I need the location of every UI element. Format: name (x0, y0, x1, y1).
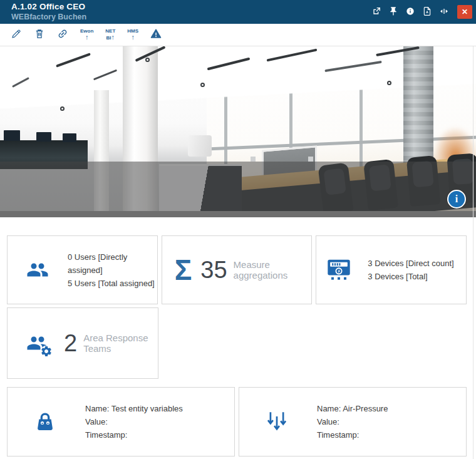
panel-right-border (473, 46, 473, 459)
toolbar: Ewon ↑ NET BI↑ HMS ↑ (0, 24, 476, 46)
aggregations-value: 35 (200, 257, 227, 284)
response-teams-card[interactable]: 2 Area Response Teams (7, 307, 158, 379)
info-icon (405, 6, 415, 18)
close-button[interactable]: ✕ (457, 5, 472, 19)
photo-smoke-detector (200, 83, 205, 87)
aggregations-card[interactable]: Σ 35 Measure aggregations (162, 235, 313, 304)
variable-timestamp: Timestamp: (317, 428, 388, 441)
variable-timestamp: Timestamp: (85, 428, 183, 441)
netbi-upload-button[interactable]: NET BI↑ (105, 29, 115, 41)
aggregations-label: Measure aggregations (234, 259, 312, 281)
upload-arrow-icon: ↑ (111, 33, 115, 41)
warning-button[interactable] (150, 28, 162, 41)
users-card[interactable]: 0 Users [Directly assigned] 5 Users [Tot… (7, 235, 158, 304)
devices-total-count: 3 Devices [Total] (368, 270, 453, 283)
export-pdf-button[interactable] (421, 5, 433, 19)
teams-label: Area Response Teams (83, 333, 158, 354)
teams-value: 2 (64, 330, 77, 357)
variable-name: Name: Test entity variables (85, 402, 183, 415)
photo-monitor (350, 120, 405, 165)
variable-value: Value: (317, 415, 388, 428)
panel-window: A.1.02 Office CEO WEBfactory Buchen (0, 0, 476, 459)
delete-icon (34, 28, 45, 41)
open-external-button[interactable] (370, 5, 383, 19)
info-button[interactable] (404, 5, 416, 19)
pin-icon (388, 6, 398, 18)
photo-monitor (63, 133, 76, 142)
users-total-count: 5 Users [Total assigned] (68, 277, 157, 290)
photo-monitor (36, 132, 51, 142)
window-actions: ✕ (370, 5, 472, 19)
info-circle-icon: i (455, 193, 458, 205)
edit-icon (11, 28, 22, 41)
link-icon (57, 28, 68, 41)
pin-button[interactable] (387, 5, 400, 19)
bag-icon (34, 411, 56, 433)
gear-icon (40, 345, 53, 358)
title-block: A.1.02 Office CEO WEBfactory Buchen (11, 2, 86, 23)
stats-section: 0 Users [Directly assigned] 5 Users [Tot… (0, 217, 476, 456)
resize-horizontal-button[interactable] (438, 5, 450, 19)
variable-name: Name: Air-Pressure (317, 402, 388, 415)
resize-horizontal-icon (439, 6, 449, 18)
photo-smoke-detector (387, 81, 391, 85)
warning-icon (150, 28, 162, 41)
pressure-arrows-icon (266, 411, 288, 433)
upload-arrow-icon: ↑ (131, 34, 135, 41)
photo-monitor (4, 130, 20, 141)
page-title: A.1.02 Office CEO (11, 2, 86, 13)
sigma-icon: Σ (175, 255, 192, 284)
ewon-upload-button[interactable]: Ewon ↑ (80, 29, 93, 41)
device-meter-icon (326, 257, 351, 282)
devices-direct-count: 3 Devices [Direct count] (368, 257, 453, 270)
users-icon (26, 259, 49, 281)
variable-value: Value: (85, 415, 183, 428)
photo-monitor (239, 134, 267, 157)
entity-variable-card-right[interactable]: Name: Air-Pressure Value: Timestamp: (239, 387, 467, 456)
page-subtitle: WEBfactory Buchen (11, 13, 86, 23)
devices-card[interactable]: 3 Devices [Direct count] 3 Devices [Tota… (316, 235, 467, 304)
photo-monitor (296, 133, 326, 157)
hms-upload-button[interactable]: HMS ↑ (127, 29, 138, 41)
entity-variable-card-left[interactable]: Name: Test entity variables Value: Times… (7, 387, 235, 456)
photo-overlay-strip (0, 211, 476, 217)
photo-info-button[interactable]: i (447, 190, 466, 209)
link-button[interactable] (57, 28, 68, 41)
photo-monitor-stand (251, 157, 256, 162)
photo-smoke-detector (60, 106, 65, 111)
close-icon: ✕ (462, 8, 468, 16)
upload-arrow-icon: ↑ (85, 34, 89, 41)
edit-button[interactable] (11, 28, 22, 41)
area-photo: i (0, 46, 476, 217)
netbi-label-line2: BI↑ (106, 34, 115, 41)
photo-smoke-detector (145, 58, 150, 62)
delete-button[interactable] (34, 28, 45, 41)
photo-monitor (188, 135, 212, 157)
open-external-icon (371, 6, 381, 18)
export-pdf-icon (422, 6, 432, 18)
users-direct-count: 0 Users [Directly assigned] (68, 250, 157, 277)
response-team-icon (25, 332, 50, 354)
photo-dark-overlay (0, 162, 476, 217)
photo-monitor-stand (308, 157, 313, 162)
title-bar: A.1.02 Office CEO WEBfactory Buchen (0, 0, 476, 24)
